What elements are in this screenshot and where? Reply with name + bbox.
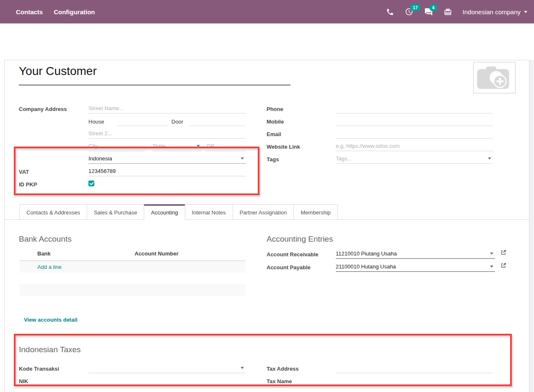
scrollbar[interactable] xyxy=(529,60,534,392)
activity-count-badge: 17 xyxy=(410,4,421,11)
email-input[interactable] xyxy=(336,129,493,139)
caret-down-icon xyxy=(241,157,244,160)
street-placeholder: Street Name... xyxy=(88,105,124,111)
country-select[interactable]: Indonesia xyxy=(88,154,246,164)
accounting-entries-title: Accounting Entries xyxy=(267,235,333,244)
id-pkp-checkbox[interactable] xyxy=(88,181,94,186)
account-receivable-select[interactable]: 11210010 Piutang Usaha xyxy=(336,249,495,259)
message-count-badge: 4 xyxy=(429,4,438,11)
company-address-label: Company Address xyxy=(19,106,67,112)
tax-address-input[interactable] xyxy=(336,363,493,373)
tags-input[interactable]: Tags... xyxy=(336,154,493,164)
city-input[interactable]: City xyxy=(88,141,145,151)
account-payable-label: Account Payable xyxy=(267,264,311,271)
tab-partner-assignation[interactable]: Partner Assignation xyxy=(233,204,294,220)
menu-configuration[interactable]: Configuration xyxy=(54,8,95,15)
phone-icon[interactable] xyxy=(386,8,394,16)
external-link-icon[interactable] xyxy=(500,250,506,255)
zip-placeholder: ZIP xyxy=(206,143,214,149)
account-payable-select[interactable]: 21100010 Hutang Usaha xyxy=(336,262,495,272)
caret-down-icon xyxy=(524,11,527,13)
indonesian-taxes-title: Indonesian Taxes xyxy=(19,345,81,354)
add-a-line-link[interactable]: Add a line xyxy=(37,264,62,270)
caret-down-icon xyxy=(197,145,200,147)
activity-clock-icon[interactable]: 17 xyxy=(405,8,413,16)
external-link-icon[interactable] xyxy=(500,263,506,268)
company-switcher[interactable]: Indonesian company xyxy=(463,8,527,15)
tab-internal-notes[interactable]: Internal Notes xyxy=(185,204,233,220)
mobile-input[interactable] xyxy=(336,116,493,126)
add-image-button[interactable] xyxy=(473,62,516,93)
tab-accounting[interactable]: Accounting xyxy=(144,204,185,220)
tags-placeholder: Tags... xyxy=(336,155,352,162)
vat-label: VAT xyxy=(19,169,29,175)
notebook-tabs: Contacts & Addresses Sales & Purchase Ac… xyxy=(19,204,338,220)
form-sheet: Your Customer Company Address Street Nam… xyxy=(4,60,529,392)
main-menus: Contacts Configuration xyxy=(0,8,95,15)
kode-transaksi-select[interactable] xyxy=(88,363,246,373)
website-input[interactable]: e.g. https://www.odoo.com xyxy=(336,141,493,151)
state-select[interactable]: State xyxy=(153,141,202,151)
top-navbar: Contacts Configuration 17 4 Indonesian c… xyxy=(0,0,534,23)
menu-contacts[interactable]: Contacts xyxy=(16,8,43,15)
vat-input[interactable]: 123456789 xyxy=(88,166,246,176)
caret-down-icon xyxy=(490,266,493,268)
kode-transaksi-label: Kode Transaksi xyxy=(19,366,59,372)
table-row-empty xyxy=(19,284,246,296)
messages-icon[interactable]: 4 xyxy=(424,8,433,16)
country-value: Indonesia xyxy=(88,155,112,162)
door-label: Door xyxy=(171,119,183,125)
phone-input[interactable] xyxy=(336,103,493,113)
bank-accounts-title: Bank Accounts xyxy=(19,235,72,244)
website-placeholder: e.g. https://www.odoo.com xyxy=(336,143,399,149)
email-label: Email xyxy=(267,131,281,137)
id-pkp-label: ID PKP xyxy=(19,181,37,188)
street-input[interactable]: Street Name... xyxy=(88,103,246,113)
topbar-systray: 17 4 Indonesian company xyxy=(386,0,527,23)
account-payable-value: 21100010 Hutang Usaha xyxy=(336,263,396,270)
tab-contacts-addresses[interactable]: Contacts & Addresses xyxy=(19,204,87,220)
view-accounts-detail-link[interactable]: View accounts detail xyxy=(24,317,78,323)
camera-plus-icon xyxy=(476,65,513,90)
col-header-account-number: Account Number xyxy=(135,250,179,257)
city-placeholder: City xyxy=(88,143,98,149)
col-header-bank: Bank xyxy=(37,250,51,257)
tax-name-label: Tax Name xyxy=(267,378,292,384)
gift-icon[interactable] xyxy=(444,8,452,16)
caret-down-icon xyxy=(490,253,493,255)
door-input[interactable] xyxy=(189,116,246,126)
phone-label: Phone xyxy=(267,106,283,112)
street2-input[interactable]: Street 2... xyxy=(88,129,246,139)
zip-input[interactable]: ZIP xyxy=(206,141,246,151)
nik-label: NIK xyxy=(19,378,28,384)
contact-form-screen: Contacts Configuration 17 4 Indonesian c… xyxy=(0,0,534,392)
house-input[interactable] xyxy=(117,116,168,126)
street2-placeholder: Street 2... xyxy=(88,130,112,137)
vat-value: 123456789 xyxy=(88,168,116,174)
tab-sales-purchase[interactable]: Sales & Purchase xyxy=(87,204,144,220)
house-label: House xyxy=(88,119,104,125)
tags-label: Tags xyxy=(267,156,279,162)
caret-down-icon xyxy=(488,157,491,160)
account-receivable-value: 11210010 Piutang Usaha xyxy=(336,250,397,257)
website-label: Website Link xyxy=(267,144,300,150)
checkmark-icon xyxy=(89,181,94,186)
state-placeholder: State xyxy=(153,143,165,149)
mobile-label: Mobile xyxy=(267,119,284,125)
caret-down-icon xyxy=(241,367,244,369)
tax-address-label: Tax Address xyxy=(267,366,299,372)
account-receivable-label: Account Receivable xyxy=(267,251,319,258)
record-title[interactable]: Your Customer xyxy=(19,64,97,78)
tab-membership[interactable]: Membership xyxy=(293,204,338,220)
title-underline xyxy=(19,85,290,85)
company-name: Indonesian company xyxy=(463,8,521,15)
